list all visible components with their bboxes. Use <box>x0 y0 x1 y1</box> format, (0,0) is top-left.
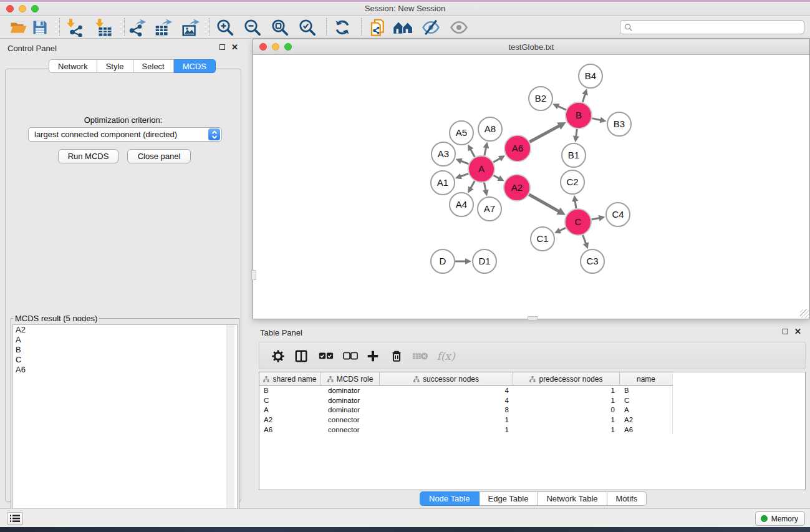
graph-edge-B-B4[interactable] <box>582 94 585 102</box>
refresh-button[interactable] <box>332 17 353 38</box>
tab-network[interactable]: Network <box>49 59 97 73</box>
graph-edge-C-C1[interactable] <box>559 228 566 231</box>
run-mcds-button[interactable]: Run MCDS <box>58 149 118 163</box>
graph-edge-A-A7[interactable] <box>484 183 486 191</box>
zoom-in-button[interactable] <box>215 17 236 38</box>
graph-node-label-B: B <box>576 110 582 120</box>
column-header-shared-name[interactable]: shared name <box>259 372 321 385</box>
tab-select[interactable]: Select <box>133 59 174 73</box>
column-header-successor-nodes[interactable]: successor nodes <box>380 372 513 385</box>
network-window-titlebar[interactable]: testGlobe.txt <box>253 39 809 55</box>
graph-node-label-D: D <box>440 256 446 266</box>
tab-edge-table[interactable]: Edge Table <box>480 491 538 506</box>
zoom-fit-button[interactable] <box>269 17 291 38</box>
delete-column-button[interactable] <box>387 347 406 365</box>
tab-node-table[interactable]: Node Table <box>420 491 480 506</box>
status-bar: Memory <box>0 508 810 527</box>
resize-grip[interactable] <box>800 309 809 318</box>
mcds-result-list[interactable]: A2 A B C A6 <box>12 324 238 527</box>
graph-edge-A2-C[interactable] <box>529 195 559 211</box>
column-header-name[interactable]: name <box>620 372 673 385</box>
task-history-button[interactable] <box>7 512 23 525</box>
column-type-icon <box>413 376 420 382</box>
table-row[interactable]: A dominator 8 0 A <box>259 405 673 415</box>
hide-unhide-button[interactable] <box>420 17 441 38</box>
splitter-handle[interactable] <box>251 270 256 280</box>
graph-edge-A-A6[interactable] <box>493 158 500 162</box>
deselect-all-button[interactable] <box>341 347 360 365</box>
graph-edge-A-A2[interactable] <box>493 175 499 178</box>
graph-edge-C-C4[interactable] <box>592 218 600 220</box>
graph-edge-A-A3[interactable] <box>461 161 469 164</box>
close-panel-icon[interactable]: ✕ <box>231 44 238 50</box>
table-settings-button[interactable] <box>269 347 287 365</box>
search-input[interactable] <box>633 21 804 34</box>
graph-node-label-C: C <box>575 216 582 227</box>
tab-network-table[interactable]: Network Table <box>538 491 607 506</box>
list-icon <box>10 515 20 523</box>
table-row[interactable]: C dominator 4 1 C <box>259 396 673 406</box>
graph-edge-A6-B[interactable] <box>529 126 559 142</box>
graph-edge-B-B2[interactable] <box>557 106 566 110</box>
graph-edge-B-B3[interactable] <box>592 118 601 120</box>
column-header-mcds-role[interactable]: MCDS role <box>321 372 380 385</box>
show-all-button[interactable] <box>448 17 470 38</box>
fx-icon: f(x) <box>436 350 455 362</box>
graph-edge-C-C2[interactable] <box>575 201 576 209</box>
zoom-selected-button[interactable] <box>297 17 318 38</box>
network-canvas[interactable]: AA1A2A3A4A5A6A7A8BB1B2B3B4CC1C2C3C4DD1 <box>253 55 809 319</box>
tab-mcds[interactable]: MCDS <box>174 59 216 73</box>
list-item[interactable]: C <box>13 355 237 365</box>
search-field[interactable] <box>620 20 804 34</box>
graph-node-label-C4: C4 <box>612 209 624 220</box>
graph-node-label-C1: C1 <box>536 233 548 244</box>
graph-edge-A-A5[interactable] <box>470 149 475 157</box>
export-table-button[interactable] <box>152 17 173 38</box>
optimization-criterion-dropdown[interactable]: largest connected component (directed) <box>28 127 222 142</box>
save-session-button[interactable] <box>29 17 51 38</box>
tab-style[interactable]: Style <box>97 59 133 73</box>
import-table-button[interactable] <box>93 17 114 38</box>
zoom-out-button[interactable] <box>242 17 263 38</box>
table-row[interactable]: B dominator 4 1 B <box>259 386 673 396</box>
list-scrollbar[interactable] <box>226 325 234 526</box>
list-item[interactable]: B <box>13 345 237 355</box>
open-session-button[interactable] <box>8 17 29 38</box>
float-panel-icon[interactable] <box>219 44 225 50</box>
network-graph[interactable]: AA1A2A3A4A5A6A7A8BB1B2B3B4CC1C2C3C4DD1 <box>253 55 809 319</box>
tab-motifs[interactable]: Motifs <box>607 491 647 506</box>
graph-edge-A-A1[interactable] <box>460 173 468 177</box>
export-image-icon <box>181 18 200 37</box>
graph-node-label-B3: B3 <box>614 118 625 129</box>
import-network-button[interactable] <box>65 17 86 38</box>
graph-edge-B-B1[interactable] <box>576 129 577 137</box>
graph-edge-arrowhead <box>465 258 471 264</box>
toolbar-separator <box>59 18 60 36</box>
list-item[interactable]: A2 <box>13 325 237 335</box>
table-row[interactable]: A2 connector 1 1 A2 <box>259 415 673 425</box>
home-layout-button[interactable] <box>393 17 414 38</box>
delete-table-button-disabled <box>411 347 430 365</box>
clone-network-button[interactable] <box>367 17 388 38</box>
list-item[interactable]: A <box>13 335 237 345</box>
graph-edge-A-A8[interactable] <box>485 147 486 155</box>
memory-button[interactable]: Memory <box>755 511 805 526</box>
list-item[interactable]: A6 <box>13 365 237 375</box>
show-column-button[interactable] <box>292 347 311 365</box>
export-image-button[interactable] <box>180 17 201 38</box>
graph-edge-A-A4[interactable] <box>471 181 475 188</box>
control-panel: Control Panel ✕ Network Style Select MCD… <box>0 39 247 508</box>
select-all-button[interactable] <box>317 347 335 365</box>
create-column-button[interactable] <box>364 347 382 365</box>
close-panel-icon[interactable]: ✕ <box>794 329 801 334</box>
splitter-handle[interactable] <box>528 316 538 321</box>
table-row[interactable]: A6 connector 1 1 A6 <box>259 425 673 435</box>
column-header-predecessor-nodes[interactable]: predecessor nodes <box>513 372 620 385</box>
close-panel-button[interactable]: Close panel <box>127 149 191 163</box>
column-type-icon <box>263 376 269 382</box>
graph-edge-C-C3[interactable] <box>583 235 586 244</box>
graph-edge-arrowhead <box>483 190 489 196</box>
float-panel-icon[interactable] <box>783 329 788 334</box>
export-network-button[interactable] <box>126 17 147 38</box>
export-network-icon <box>127 18 146 37</box>
